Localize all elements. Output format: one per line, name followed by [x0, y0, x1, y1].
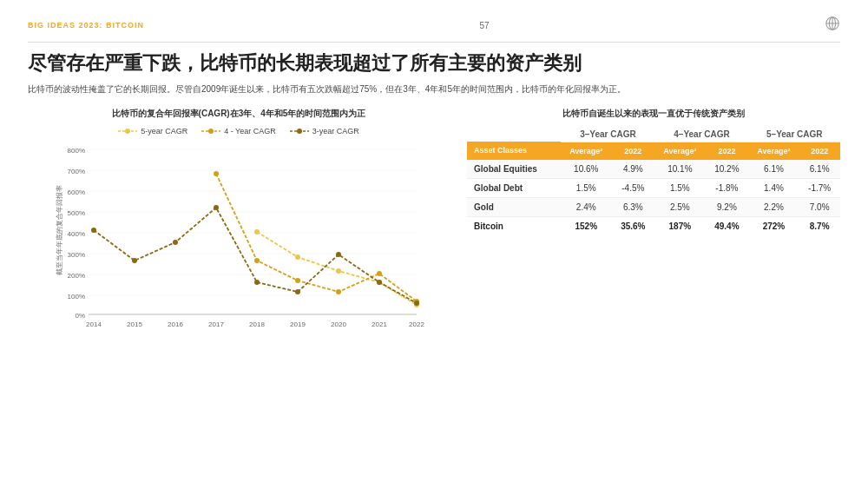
- val-1-3: -1.8%: [705, 178, 748, 197]
- val-1-5: -1.7%: [799, 178, 840, 197]
- svg-text:700%: 700%: [68, 168, 85, 175]
- top-bar: BIG IDEAS 2023: BITCOIN 57: [28, 16, 840, 35]
- val-0-2: 10.1%: [655, 160, 706, 179]
- val-2-2: 2.5%: [655, 197, 706, 216]
- val-2-1: 6.3%: [611, 197, 654, 216]
- dot-5year-2020: [336, 268, 341, 274]
- dot-3year-2018: [254, 280, 260, 285]
- table-row-bitcoin: Bitcoin 152% 35.6% 187% 49.4% 272% 8.7%: [467, 216, 840, 235]
- subtitle: 比特币的波动性掩盖了它的长期回报。尽管自2009年诞生以来，比特币有五次跌幅超过…: [28, 83, 840, 96]
- page-number: 57: [479, 21, 489, 30]
- divider: [28, 42, 840, 43]
- val-1-0: 1.5%: [561, 178, 611, 197]
- svg-text:0%: 0%: [75, 312, 85, 320]
- table-row: Global Equities 10.6% 4.9% 10.1% 10.2% 6…: [467, 160, 840, 179]
- val-1-4: 1.4%: [749, 178, 799, 197]
- chart-title: 比特币的复合年回报率(CAGR)在3年、4年和5年的时间范围内为正: [28, 108, 450, 120]
- legend-item-5year: 5-year CAGR: [118, 127, 187, 135]
- svg-text:100%: 100%: [68, 293, 85, 301]
- asset-bitcoin: Bitcoin: [467, 216, 561, 235]
- data-table: 3–Year CAGR 4–Year CAGR 5–Year CAGR Asse…: [467, 127, 840, 235]
- chart-legend: 5-year CAGR 4 - Year CAGR 3-year CAGR: [28, 127, 450, 135]
- table-row: Gold 2.4% 6.3% 2.5% 9.2% 2.2% 7.0%: [467, 197, 840, 216]
- legend-label-4year: 4 - Year CAGR: [224, 127, 276, 135]
- table-title: 比特币自诞生以来的表现一直优于传统资产类别: [467, 108, 840, 120]
- val-2-3: 9.2%: [705, 197, 748, 216]
- main-title: 尽管存在严重下跌，比特币的长期表现超过了所有主要的资产类别: [28, 51, 840, 76]
- svg-text:200%: 200%: [68, 272, 85, 280]
- svg-text:2021: 2021: [372, 320, 387, 328]
- header-5yr-avg: Average²: [749, 142, 799, 160]
- legend-label-5year: 5-year CAGR: [141, 127, 187, 135]
- val-2-4: 2.2%: [749, 197, 799, 216]
- svg-text:500%: 500%: [68, 209, 85, 217]
- svg-text:2018: 2018: [249, 320, 265, 328]
- header-3yr-2022: 2022: [611, 142, 654, 160]
- dot-4year-2019: [295, 278, 300, 283]
- dot-3year-2020: [336, 252, 341, 257]
- val-1-1: -4.5%: [611, 178, 654, 197]
- dot-3year-2019: [295, 289, 300, 294]
- dot-3year-2014: [91, 228, 96, 233]
- top-bar-title: BIG IDEAS 2023:: [28, 21, 106, 30]
- dot-4year-2018: [254, 258, 260, 263]
- table-section: 比特币自诞生以来的表现一直优于传统资产类别 3–Year CAGR 4–Year…: [467, 108, 840, 332]
- table-body: Global Equities 10.6% 4.9% 10.1% 10.2% 6…: [467, 160, 840, 235]
- dot-3year-2015: [132, 258, 137, 263]
- svg-text:2017: 2017: [208, 320, 224, 328]
- col-group-5year: 5–Year CAGR: [749, 127, 840, 142]
- dot-3year-2021: [377, 280, 382, 285]
- dot-3year-2017: [214, 205, 219, 210]
- svg-text:2016: 2016: [168, 320, 183, 328]
- svg-point-7: [208, 129, 214, 134]
- asset-col-spacer: [467, 127, 561, 142]
- svg-text:2022: 2022: [409, 320, 424, 328]
- val-0-4: 6.1%: [749, 160, 799, 179]
- legend-item-4year: 4 - Year CAGR: [201, 127, 276, 135]
- chart-line-4year: [216, 174, 417, 301]
- chart-svg: 800% 700% 600% 500% 400% 300% 200% 100% …: [52, 141, 425, 332]
- legend-label-3year: 3-year CAGR: [312, 127, 359, 135]
- asset-global-debt: Global Debt: [467, 178, 561, 197]
- chart-section: 比特币的复合年回报率(CAGR)在3年、4年和5年的时间范围内为正 5-year…: [28, 108, 450, 332]
- legend-item-3year: 3-year CAGR: [290, 127, 359, 135]
- svg-text:2020: 2020: [331, 320, 346, 328]
- table-row: Global Debt 1.5% -4.5% 1.5% -1.8% 1.4% -…: [467, 178, 840, 197]
- val-3-2: 187%: [655, 216, 706, 235]
- chart-wrapper: 截至当年年底的复合年回报率: [28, 141, 450, 332]
- asset-gold: Gold: [467, 197, 561, 216]
- val-0-5: 6.1%: [799, 160, 840, 179]
- dot-3year-2022: [414, 301, 419, 306]
- header-4yr-2022: 2022: [705, 142, 748, 160]
- val-3-0: 152%: [561, 216, 611, 235]
- svg-point-9: [297, 129, 302, 134]
- dot-4year-2021: [377, 271, 382, 276]
- top-bar-label: BIG IDEAS 2023: BITCOIN: [28, 21, 144, 30]
- col-group-3year: 3–Year CAGR: [561, 127, 654, 142]
- page: BIG IDEAS 2023: BITCOIN 57 尽管存在严重下跌，比特币的…: [0, 0, 868, 489]
- svg-text:2014: 2014: [86, 320, 102, 328]
- val-3-5: 8.7%: [799, 216, 840, 235]
- asset-global-equities: Global Equities: [467, 160, 561, 179]
- dot-5year-2018: [254, 229, 260, 235]
- val-3-4: 272%: [749, 216, 799, 235]
- svg-text:300%: 300%: [68, 251, 85, 259]
- val-1-2: 1.5%: [655, 178, 706, 197]
- chart-line-5year: [257, 232, 417, 305]
- val-2-0: 2.4%: [561, 197, 611, 216]
- svg-text:2015: 2015: [127, 320, 142, 328]
- dot-5year-2019: [295, 254, 300, 260]
- dot-3year-2016: [173, 240, 178, 245]
- val-0-1: 4.9%: [611, 160, 654, 179]
- table-header-group-row: 3–Year CAGR 4–Year CAGR 5–Year CAGR: [467, 127, 840, 142]
- globe-icon: [825, 16, 840, 35]
- header-asset-col: Asset Classes: [467, 142, 561, 160]
- header-4yr-avg: Average²: [655, 142, 706, 160]
- val-2-5: 7.0%: [799, 197, 840, 216]
- header-5yr-2022: 2022: [799, 142, 840, 160]
- val-3-3: 49.4%: [705, 216, 748, 235]
- header-3yr-avg: Average²: [561, 142, 611, 160]
- val-0-0: 10.6%: [561, 160, 611, 179]
- svg-point-5: [125, 129, 130, 134]
- y-axis-label-container: 截至当年年底的复合年回报率: [28, 141, 52, 332]
